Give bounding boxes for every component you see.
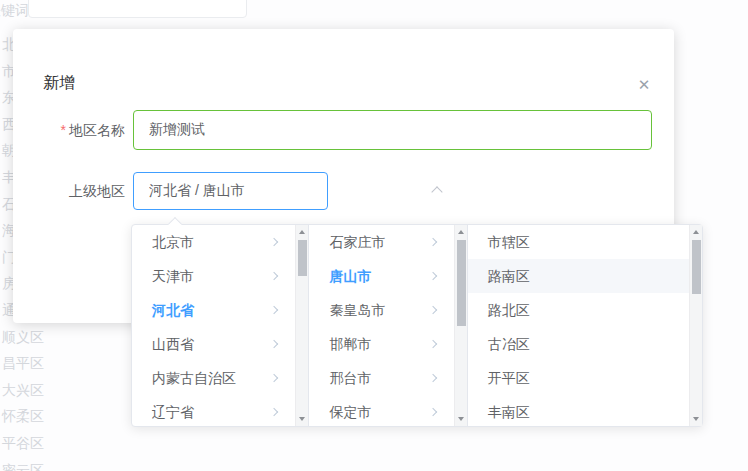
- dialog-close-button[interactable]: ✕: [632, 73, 656, 97]
- expand-arrow-icon: [429, 272, 437, 280]
- background-region-list-item: 昌平区: [2, 350, 122, 377]
- required-asterisk: *: [61, 122, 66, 138]
- cascader-option[interactable]: 北京市: [132, 225, 295, 259]
- scrollbar-thumb[interactable]: [298, 240, 307, 276]
- expand-arrow-icon: [270, 272, 278, 280]
- cascader-option[interactable]: 秦皇岛市: [309, 293, 453, 327]
- screen: 关键词 北京市 市辖区 东城区 西城区 朝阳区 丰台区 石景山区 海淀区 门头沟…: [0, 0, 748, 471]
- close-icon: ✕: [638, 76, 651, 93]
- scroll-down-icon[interactable]: [693, 417, 699, 421]
- region-name-label: *地区名称: [13, 110, 125, 150]
- cascader-option[interactable]: 唐山市: [309, 259, 453, 293]
- scroll-up-icon[interactable]: [458, 230, 464, 234]
- cascader-option[interactable]: 丰南区: [468, 395, 689, 426]
- dialog-title: 新增: [43, 73, 75, 94]
- scroll-down-icon[interactable]: [458, 417, 464, 421]
- cascader-option[interactable]: 石家庄市: [309, 225, 453, 259]
- cascader-option[interactable]: 市辖区: [468, 225, 689, 259]
- scroll-up-icon[interactable]: [693, 230, 699, 234]
- cascader-option[interactable]: 内蒙古自治区: [132, 361, 295, 395]
- cascader-option[interactable]: 开平区: [468, 361, 689, 395]
- background-region-list-item: 顺义区: [2, 324, 122, 351]
- scrollbar[interactable]: [454, 225, 467, 426]
- cascader-option[interactable]: 邯郸市: [309, 327, 453, 361]
- scrollbar[interactable]: [295, 225, 308, 426]
- background-region-list-item: 大兴区: [2, 377, 122, 404]
- scroll-up-icon[interactable]: [299, 230, 305, 234]
- expand-arrow-icon: [270, 374, 278, 382]
- expand-arrow-icon: [429, 238, 437, 246]
- expand-arrow-icon: [270, 340, 278, 348]
- cascader-dropdown: 北京市 天津市 河北省 山西省: [131, 224, 703, 427]
- expand-arrow-icon: [270, 306, 278, 314]
- cascader-column-provinces: 北京市 天津市 河北省 山西省: [132, 225, 309, 426]
- scrollbar[interactable]: [689, 225, 702, 426]
- parent-region-cascader-input[interactable]: [133, 172, 328, 210]
- scrollbar-thumb[interactable]: [692, 240, 701, 294]
- background-region-list-item: 怀柔区: [2, 403, 122, 430]
- expand-arrow-icon: [429, 340, 437, 348]
- cascader-option[interactable]: 路南区: [468, 259, 689, 293]
- cascader-option[interactable]: 辽宁省: [132, 395, 295, 426]
- cascader-option[interactable]: 邢台市: [309, 361, 453, 395]
- expand-arrow-icon: [429, 306, 437, 314]
- expand-arrow-icon: [270, 238, 278, 246]
- expand-arrow-icon: [429, 408, 437, 416]
- parent-region-label: 上级地区: [13, 171, 125, 211]
- keyword-search-label: 关键词: [0, 2, 29, 20]
- cascader-column-cities: 石家庄市 唐山市 秦皇岛市 邯郸市: [309, 225, 467, 426]
- cascader-option[interactable]: 河北省: [132, 293, 295, 327]
- region-name-input[interactable]: [133, 110, 652, 150]
- cascader-option[interactable]: 保定市: [309, 395, 453, 426]
- keyword-search-input[interactable]: [28, 0, 247, 18]
- background-region-list-item: 密云区: [2, 457, 122, 471]
- background-region-list-item: 平谷区: [2, 430, 122, 457]
- chevron-up-icon: [431, 186, 442, 197]
- scroll-down-icon[interactable]: [299, 417, 305, 421]
- expand-arrow-icon: [270, 408, 278, 416]
- scrollbar-thumb[interactable]: [457, 240, 466, 326]
- expand-arrow-icon: [429, 374, 437, 382]
- cascader-option[interactable]: 天津市: [132, 259, 295, 293]
- cascader-option[interactable]: 古冶区: [468, 327, 689, 361]
- cascader-option[interactable]: 路北区: [468, 293, 689, 327]
- cascader-option[interactable]: 山西省: [132, 327, 295, 361]
- cascader-column-districts: 市辖区 路南区 路北区 古冶区: [468, 225, 702, 426]
